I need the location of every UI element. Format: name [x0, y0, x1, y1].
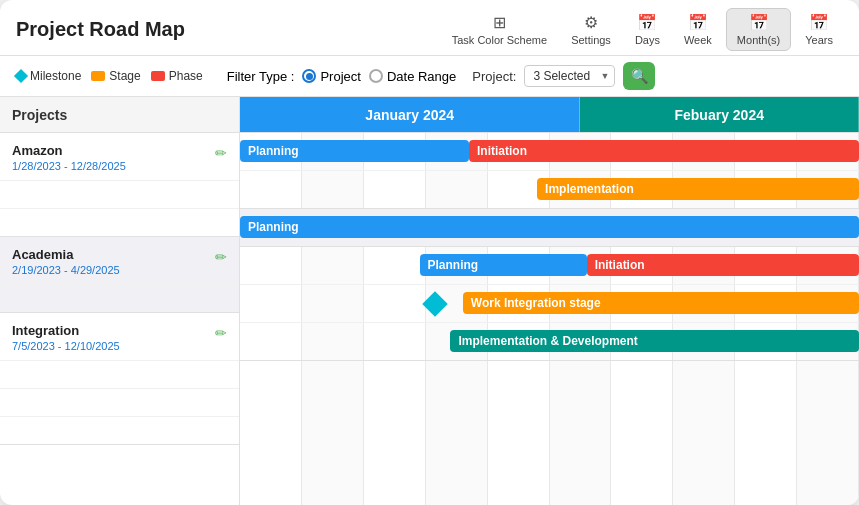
gantt-bar-label: Planning [428, 258, 479, 272]
project-name-amazon: Amazon [12, 143, 126, 158]
week-button[interactable]: 📅 Week [674, 9, 722, 50]
gantt-row-integration-2: Work Integration stage [240, 285, 859, 323]
project-info-integration: Integration 7/5/2023 - 12/10/2025 [12, 323, 120, 352]
project-info-amazon: Amazon 1/28/2023 - 12/28/2025 [12, 143, 126, 172]
settings-label: Settings [571, 34, 611, 46]
week-label: Week [684, 34, 712, 46]
legend-stage: Stage [91, 69, 140, 83]
edit-icon-integration[interactable]: ✏ [215, 325, 227, 341]
academia-sub-row-1 [0, 284, 239, 312]
gantt-row-academia-1: Planning [240, 209, 859, 247]
gantt-row-integration-3: Implementation & Development [240, 323, 859, 361]
settings-icon: ⚙ [584, 13, 598, 32]
integration-sub-row-1 [0, 360, 239, 388]
gantt-bar-planning-academia: Planning [240, 216, 859, 238]
gantt-group-integration: Planning Initiation Work Integration sta… [240, 247, 859, 361]
months-icon: 📅 [749, 13, 769, 32]
gantt-bar-initiation-integration: Initiation [587, 254, 859, 276]
projects-sidebar: Projects Amazon 1/28/2023 - 12/28/2025 ✏ [0, 97, 240, 505]
gantt-bar-label: Implementation [545, 182, 634, 196]
stage-label: Stage [109, 69, 140, 83]
legend-phase: Phase [151, 69, 203, 83]
days-button[interactable]: 📅 Days [625, 9, 670, 50]
month-label-february: Febuary 2024 [674, 107, 764, 123]
gantt-group-academia: Planning [240, 209, 859, 247]
app-title: Project Road Map [16, 18, 430, 41]
toolbar-buttons: ⊞ Task Color Scheme ⚙ Settings 📅 Days 📅 … [442, 8, 843, 51]
legend-milestone: Milestone [16, 69, 81, 83]
years-icon: 📅 [809, 13, 829, 32]
days-icon: 📅 [637, 13, 657, 32]
project-row-integration: Integration 7/5/2023 - 12/10/2025 ✏ [0, 313, 239, 360]
milestone-label: Milestone [30, 69, 81, 83]
edit-icon-academia[interactable]: ✏ [215, 249, 227, 265]
project-radio-option[interactable]: Project [302, 69, 360, 84]
gantt-bar-label: Work Integration stage [471, 296, 601, 310]
integration-sub-row-2 [0, 388, 239, 416]
gantt-body: Planning Initiation Implementation [240, 133, 859, 505]
filter-type-label: Filter Type : [227, 69, 295, 84]
integration-sub-row-3 [0, 416, 239, 444]
project-group-academia: Academia 2/19/2023 - 4/29/2025 ✏ [0, 237, 239, 313]
month-header-january: January 2024 [240, 97, 580, 132]
gantt-bar-implementation-development: Implementation & Development [450, 330, 859, 352]
task-color-scheme-button[interactable]: ⊞ Task Color Scheme [442, 9, 557, 50]
date-range-radio-option[interactable]: Date Range [369, 69, 456, 84]
gantt-bar-planning-integration: Planning [420, 254, 587, 276]
gantt-row-amazon-2: Implementation [240, 171, 859, 209]
project-dates-amazon: 1/28/2023 - 12/28/2025 [12, 160, 126, 172]
date-range-radio-label: Date Range [387, 69, 456, 84]
months-label: Month(s) [737, 34, 780, 46]
settings-button[interactable]: ⚙ Settings [561, 9, 621, 50]
days-label: Days [635, 34, 660, 46]
years-button[interactable]: 📅 Years [795, 9, 843, 50]
project-row-academia: Academia 2/19/2023 - 4/29/2025 ✏ [0, 237, 239, 284]
task-color-scheme-icon: ⊞ [493, 13, 506, 32]
gantt-bar-label: Initiation [595, 258, 645, 272]
header: Project Road Map ⊞ Task Color Scheme ⚙ S… [0, 0, 859, 56]
gantt-bar-label: Planning [248, 144, 299, 158]
phase-icon [151, 71, 165, 81]
filter-type: Filter Type : Project Date Range [227, 69, 457, 84]
search-button[interactable]: 🔍 [623, 62, 655, 90]
milestone-diamond-integration [422, 291, 447, 316]
gantt-bar-work-integration: Work Integration stage [463, 292, 859, 314]
amazon-sub-row-1 [0, 180, 239, 208]
gantt-bar-initiation-amazon: Initiation [469, 140, 859, 162]
app-container: Project Road Map ⊞ Task Color Scheme ⚙ S… [0, 0, 859, 505]
filter-row: Milestone Stage Phase Filter Type : Proj… [0, 56, 859, 97]
project-dates-academia: 2/19/2023 - 4/29/2025 [12, 264, 120, 276]
date-range-radio-icon [369, 69, 383, 83]
month-label-january: January 2024 [365, 107, 454, 123]
project-group-integration: Integration 7/5/2023 - 12/10/2025 ✏ [0, 313, 239, 445]
project-filter-label: Project: [472, 69, 516, 84]
phase-label: Phase [169, 69, 203, 83]
gantt-group-amazon: Planning Initiation Implementation [240, 133, 859, 209]
main-content: Projects Amazon 1/28/2023 - 12/28/2025 ✏ [0, 97, 859, 505]
gantt-row-amazon-1: Planning Initiation [240, 133, 859, 171]
edit-icon-amazon[interactable]: ✏ [215, 145, 227, 161]
gantt-bar-implementation-amazon: Implementation [537, 178, 859, 200]
gantt-bar-planning-amazon: Planning [240, 140, 469, 162]
project-name-integration: Integration [12, 323, 120, 338]
project-dates-integration: 7/5/2023 - 12/10/2025 [12, 340, 120, 352]
project-info-academia: Academia 2/19/2023 - 4/29/2025 [12, 247, 120, 276]
task-color-scheme-label: Task Color Scheme [452, 34, 547, 46]
gantt-bar-label: Planning [248, 220, 299, 234]
milestone-icon [14, 69, 28, 83]
search-icon: 🔍 [631, 68, 648, 84]
project-row-amazon: Amazon 1/28/2023 - 12/28/2025 ✏ [0, 133, 239, 180]
project-group-amazon: Amazon 1/28/2023 - 12/28/2025 ✏ [0, 133, 239, 237]
month-header-february: Febuary 2024 [580, 97, 859, 132]
years-label: Years [805, 34, 833, 46]
project-radio-icon [302, 69, 316, 83]
gantt-bar-label: Initiation [477, 144, 527, 158]
sidebar-header: Projects [0, 97, 239, 133]
gantt-months-header: January 2024 Febuary 2024 [240, 97, 859, 133]
project-radio-label: Project [320, 69, 360, 84]
months-button[interactable]: 📅 Month(s) [726, 8, 791, 51]
gantt-bar-label: Implementation & Development [458, 334, 637, 348]
project-select[interactable]: 3 Selected [524, 65, 615, 87]
amazon-sub-row-2 [0, 208, 239, 236]
project-name-academia: Academia [12, 247, 120, 262]
